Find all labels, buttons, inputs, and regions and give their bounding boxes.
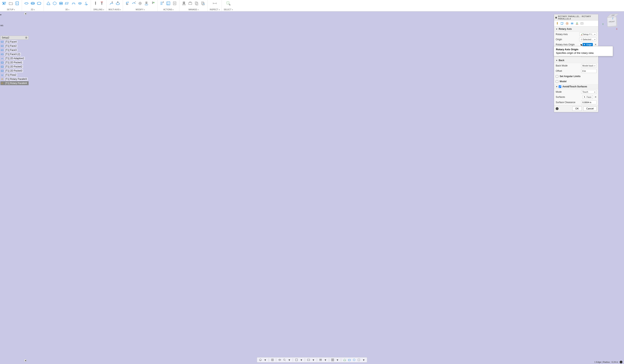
rao-edge-chip[interactable]: Edge <box>583 43 593 46</box>
3d-icon-1[interactable] <box>46 1 51 6</box>
viewport-3d[interactable] <box>0 11 624 364</box>
tab-heights[interactable] <box>565 22 569 25</box>
browser-item-8[interactable]: [T1] Flow2 <box>0 73 29 77</box>
browser-item-3[interactable]: [T1] Face3 (2) <box>0 52 29 56</box>
setup-radio-icon[interactable] <box>25 37 27 39</box>
nav-home-icon[interactable] <box>271 358 274 362</box>
multiaxis-icon-2[interactable] <box>115 1 120 6</box>
ok-button[interactable]: OK <box>572 106 582 111</box>
back-mode-dropdown[interactable]: Model back <box>581 64 597 68</box>
modify-gear-icon[interactable] <box>137 1 143 6</box>
3d-icon-3[interactable] <box>58 1 64 6</box>
tab-tool[interactable] <box>555 22 559 25</box>
model-checkbox[interactable] <box>556 80 558 83</box>
browser-item-1[interactable]: [T1] Face2 <box>0 44 29 48</box>
ribbon-inspect-label[interactable]: INSPECT <box>209 8 218 11</box>
modify-icon-1[interactable] <box>125 1 130 6</box>
nav-viewport-icon[interactable] <box>331 358 335 362</box>
ribbon-3d-label[interactable]: 3D <box>65 8 68 11</box>
info-icon[interactable]: i <box>556 107 558 110</box>
nav-zoom-icon[interactable] <box>283 358 286 362</box>
viewcube[interactable]: TOP FRONT Z Y X <box>605 17 619 31</box>
nav-display-icon[interactable] <box>307 358 311 362</box>
select-icon[interactable] <box>226 1 231 6</box>
nav-zoom-window-icon[interactable]: ▾ <box>287 358 291 362</box>
panel-title-bar[interactable]: ROTARY PARALLEL : ROTARY PARALLEL4 <box>554 14 598 21</box>
tab-passes[interactable] <box>570 22 574 25</box>
timeline-collapse-toggle[interactable]: ◀ <box>24 359 26 362</box>
ribbon-manage-label[interactable]: MANAGE <box>188 8 197 11</box>
rao-clear-button[interactable]: ✕ <box>595 43 597 46</box>
setup-row[interactable]: Setup2 <box>0 36 29 40</box>
3d-icon-2[interactable] <box>52 1 57 6</box>
nav-display-dd[interactable]: ▾ <box>312 358 315 362</box>
2d-icon-2[interactable] <box>30 1 35 6</box>
nav-gray1-icon[interactable] <box>357 358 361 362</box>
multiaxis-icon-1[interactable] <box>109 1 114 6</box>
offset-back-input[interactable] <box>581 69 597 73</box>
ribbon-actions-label[interactable]: ACTIONS <box>163 8 172 11</box>
nav-grid-icon[interactable] <box>319 358 322 362</box>
nav-pan-icon[interactable] <box>278 358 282 362</box>
section-back[interactable]: ▼Back <box>554 58 598 63</box>
browser-item-10[interactable]: [T1] Rotary Parallel4 <box>0 81 29 85</box>
manage-icon-2[interactable] <box>188 1 193 6</box>
actions-sheet-icon[interactable] <box>172 1 177 6</box>
manage-icon-4[interactable] <box>200 1 206 6</box>
nav-last-dd[interactable]: ▾ <box>362 358 365 362</box>
ribbon-drilling-label[interactable]: DRILLING <box>93 8 103 11</box>
viewcube-top-face[interactable]: TOP <box>607 14 619 18</box>
ribbon-modify-label[interactable]: MODIFY <box>136 8 143 11</box>
origin-dropdown[interactable]: Selected ... <box>579 38 597 41</box>
nav-fit-icon[interactable] <box>295 358 298 362</box>
browser-item-9[interactable]: [T1] Rotary Parallel3 <box>0 77 29 81</box>
surfaces-face-chip[interactable]: Face <box>583 95 593 99</box>
tab-geometry[interactable] <box>560 22 564 25</box>
3d-icon-5[interactable] <box>71 1 76 6</box>
3d-icon-7[interactable] <box>84 1 89 6</box>
nav-orbit-icon[interactable] <box>259 358 262 362</box>
drill-icon-1[interactable] <box>93 1 98 6</box>
browser-item-0[interactable]: [T1] Face4 <box>0 40 29 44</box>
ribbon-select-label[interactable]: SELECT <box>224 8 232 11</box>
nav-blue1-icon[interactable] <box>348 358 351 362</box>
manage-icon-3[interactable] <box>194 1 199 6</box>
3d-icon-6[interactable] <box>77 1 82 6</box>
setup-icon[interactable] <box>2 1 7 6</box>
nav-constrained-icon[interactable]: ▾ <box>263 358 267 362</box>
3d-icon-4[interactable] <box>65 1 70 6</box>
surfaces-clear-button[interactable]: ✕ <box>595 96 597 98</box>
actions-icon-1[interactable] <box>159 1 165 6</box>
section-rotary-axis[interactable]: ▼Rotary Axis <box>554 26 598 32</box>
viewcube-front-face[interactable]: TOP FRONT <box>607 17 617 27</box>
nav-fit-dd[interactable]: ▾ <box>300 358 303 362</box>
clearance-input[interactable] <box>581 100 597 104</box>
tab-last[interactable] <box>580 22 584 25</box>
avoid-touch-checkbox[interactable] <box>559 85 561 88</box>
model-row[interactable]: Model <box>554 79 598 84</box>
browser-item-2[interactable]: [T1] Face3 <box>0 48 29 52</box>
angular-limits-row[interactable]: Set Angular Limits <box>554 74 598 79</box>
browser-item-7[interactable]: [T1] 2D Pocket3 <box>0 69 29 73</box>
folder-icon[interactable] <box>8 1 13 6</box>
model-body[interactable] <box>11 0 451 364</box>
angular-limits-checkbox[interactable] <box>556 75 558 78</box>
actions-gcode-icon[interactable]: G1G2 <box>166 1 171 6</box>
nav-green1-icon[interactable] <box>343 358 346 362</box>
drill-icon-2[interactable] <box>99 1 104 6</box>
browser-item-4[interactable]: [T1] 2D Adaptive2 <box>0 56 29 60</box>
ribbon-2d-label[interactable]: 2D <box>31 8 33 11</box>
gcode-icon[interactable]: G <box>15 1 20 6</box>
browser-item-6[interactable]: [T1] 2D Pocket2 <box>0 65 29 69</box>
ribbon-multiaxis-label[interactable]: MULTI-AXIS <box>108 8 119 11</box>
ribbon-setup-label[interactable]: SETUP <box>7 8 13 11</box>
modify-icon-4[interactable] <box>144 1 149 6</box>
browser-item-5[interactable]: [T1] 2D Pocket1 <box>0 61 29 65</box>
nav-viewport-dd[interactable]: ▾ <box>336 358 339 362</box>
mode-dropdown[interactable]: Touch <box>581 90 597 94</box>
tab-linking[interactable] <box>575 22 579 25</box>
section-avoid-touch[interactable]: ▼ Avoid/Touch Surfaces <box>554 84 598 89</box>
nav-blue2-icon[interactable] <box>352 358 356 362</box>
nav-grid-dd[interactable]: ▾ <box>324 358 327 362</box>
modify-icon-2[interactable] <box>131 1 136 6</box>
